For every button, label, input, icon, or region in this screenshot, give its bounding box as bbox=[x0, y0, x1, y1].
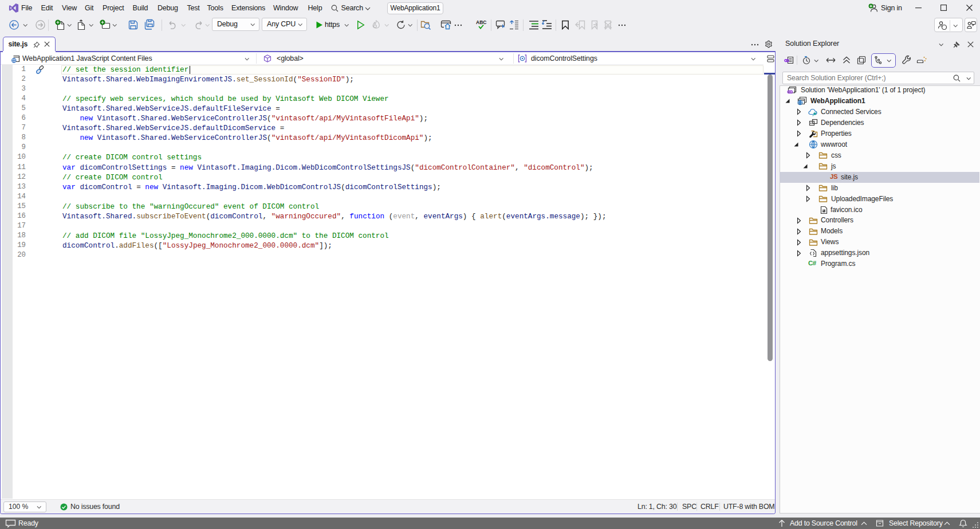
svg-text:ABC: ABC bbox=[476, 19, 486, 25]
